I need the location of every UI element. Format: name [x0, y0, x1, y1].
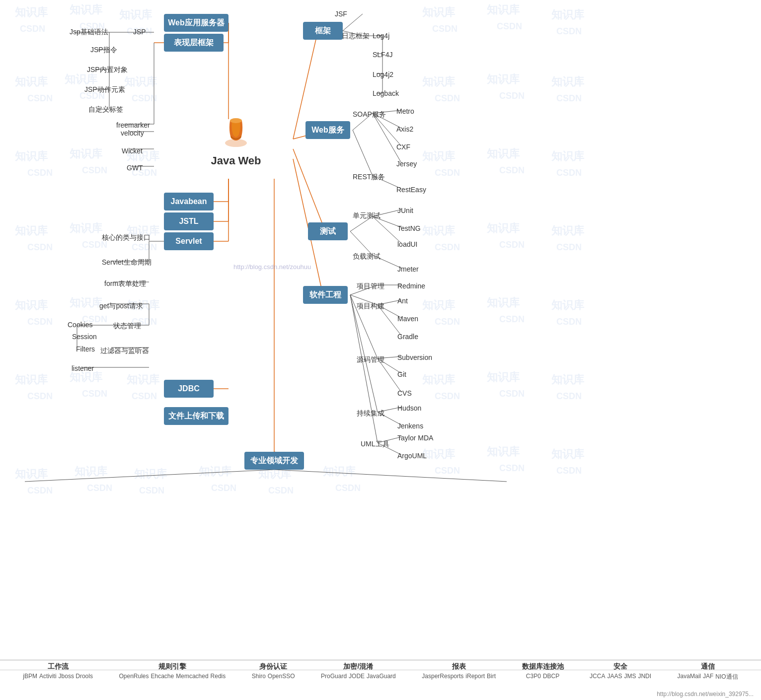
watermark: 知识库 — [70, 2, 102, 17]
label-velocity: velocity — [121, 129, 144, 137]
watermark: 知识库 — [487, 146, 520, 161]
node-testing: 测试 — [308, 222, 348, 240]
watermark: 知识库 — [422, 298, 455, 313]
watermark: 知识库 — [551, 74, 584, 89]
watermark: CSDN — [556, 466, 582, 476]
watermark: CSDN — [27, 486, 53, 496]
node-jstl: JSTL — [164, 212, 214, 230]
cat-items-db-pool: C3P0 DBCP — [526, 673, 559, 680]
watermark: 知识库 — [551, 149, 584, 164]
label-taylor-mda: Taylor MDA — [397, 434, 433, 442]
svg-line-90 — [274, 470, 507, 482]
watermark: CSDN — [432, 24, 457, 34]
watermark: 知识库 — [422, 5, 455, 20]
watermark: 知识库 — [15, 149, 48, 164]
watermark: CSDN — [435, 317, 460, 327]
svg-line-60 — [373, 113, 401, 163]
bottom-separator — [0, 660, 761, 660]
node-file-op: 文件上传和下载 — [164, 407, 228, 425]
bottom-category-comm: 通信 JavaMail JAF NIO通信 — [678, 662, 738, 681]
label-rest-service: REST服务 — [353, 173, 385, 182]
watermark: CSDN — [497, 21, 522, 32]
label-jersey: Jersey — [396, 160, 417, 168]
label-redmine: Redmine — [397, 282, 425, 290]
watermark: 知识库 — [75, 464, 107, 479]
cat-items-rules: OpenRules Ehcache Memcached Redis — [119, 673, 226, 680]
bottom-category-security: 安全 JCCA JAAS JMS JNDI — [590, 662, 651, 681]
watermark: 知识库 — [15, 298, 48, 313]
cat-items-security: JCCA JAAS JMS JNDI — [590, 673, 651, 680]
watermark: CSDN — [556, 93, 582, 104]
label-logback: Logback — [373, 89, 399, 97]
label-jsp-directive: JSP指令 — [90, 46, 117, 55]
watermark: 知识库 — [551, 298, 584, 313]
label-log4j: Log4j — [373, 32, 389, 40]
label-ant: Ant — [397, 297, 408, 305]
watermark: 知识库 — [127, 372, 159, 387]
cat-items-workflow: jBPM Activiti Jboss Drools — [23, 673, 93, 680]
watermark: CSDN — [27, 391, 53, 402]
label-listener: listener — [72, 364, 94, 372]
label-slf4j: SLF4J — [373, 51, 392, 59]
mindmap-container: 知识库 CSDN 知识库 CSDN 知识库 CSDN 知识库 CSDN 知识库 … — [0, 0, 761, 700]
label-freemarker: freemarker — [116, 121, 150, 129]
bottom-items-row: 工作流 jBPM Activiti Jboss Drools 规则引擎 Open… — [0, 662, 761, 681]
watermark: CSDN — [556, 26, 582, 37]
watermark: CSDN — [499, 165, 525, 176]
label-maven: Maven — [397, 315, 418, 323]
watermark: CSDN — [139, 486, 164, 496]
watermark: CSDN — [27, 93, 53, 104]
watermark: 知识库 — [70, 221, 102, 236]
watermark: CSDN — [435, 391, 460, 402]
watermark: CSDN — [435, 466, 460, 476]
watermark: 知识库 — [70, 146, 102, 161]
watermark: 知识库 — [134, 467, 167, 482]
label-proj-build: 项目构建 — [357, 302, 384, 311]
label-cvs: CVS — [397, 389, 412, 397]
label-cookies: Cookies — [68, 321, 93, 329]
label-log-framework: 日志框架 — [342, 32, 370, 41]
cat-items-comm: JavaMail JAF NIO通信 — [678, 673, 738, 681]
cat-items-encrypt: ProGuard JODE JavaGuard — [321, 673, 396, 680]
node-presentation: 表现层框架 — [164, 34, 224, 52]
svg-line-63 — [293, 149, 325, 231]
node-javabean: Javabean — [164, 193, 214, 210]
watermark: CSDN — [556, 317, 582, 327]
label-jsf: JSF — [335, 10, 347, 18]
bottom-url: http://blog.csdn.net/weixin_392975... — [657, 691, 754, 698]
svg-line-83 — [350, 295, 378, 412]
center-node: Java Web — [196, 109, 276, 174]
label-jenkens: Jenkens — [397, 422, 423, 430]
watermark: CSDN — [27, 242, 53, 253]
bottom-categories-row — [0, 670, 761, 670]
watermark: CSDN — [132, 391, 157, 402]
watermark: CSDN — [20, 24, 45, 34]
bottom-category-db-pool: 数据库连接池 C3P0 DBCP — [522, 662, 564, 681]
bottom-category-rules: 规则引擎 OpenRules Ehcache Memcached Redis — [119, 662, 226, 681]
label-gradle: Gradle — [397, 333, 418, 341]
label-unit-test: 单元测试 — [353, 211, 380, 220]
bottom-category-auth: 身份认证 Shiro OpenSSO — [252, 662, 295, 681]
label-resteasy: RestEasy — [396, 186, 426, 194]
bottom-category-workflow: 工作流 jBPM Activiti Jboss Drools — [23, 662, 93, 681]
node-framework: 框架 — [303, 22, 343, 40]
label-loadui: loadUI — [397, 240, 417, 248]
label-jsp-builtin: JSP内置对象 — [87, 66, 128, 74]
label-axis2: Axis2 — [396, 125, 413, 133]
label-jsp: JSP — [133, 28, 146, 36]
label-hudson: Hudson — [397, 404, 421, 412]
node-web-service: Web服务 — [305, 121, 350, 139]
watermark: 知识库 — [487, 444, 520, 459]
watermark: 知识库 — [124, 74, 157, 89]
watermark: CSDN — [82, 389, 107, 399]
label-uml-tool: UML工具 — [361, 440, 389, 449]
watermark: 知识库 — [70, 295, 102, 310]
watermark: CSDN — [132, 93, 157, 104]
watermark: CSDN — [211, 483, 236, 493]
watermark: 知识库 — [422, 447, 455, 462]
label-load-test: 负载测试 — [353, 252, 380, 261]
bottom-category-report: 报表 JasperResports iReport Birt — [422, 662, 496, 681]
watermark: 知识库 — [487, 370, 520, 385]
watermark: 知识库 — [119, 7, 152, 22]
watermark: 知识库 — [422, 372, 455, 387]
